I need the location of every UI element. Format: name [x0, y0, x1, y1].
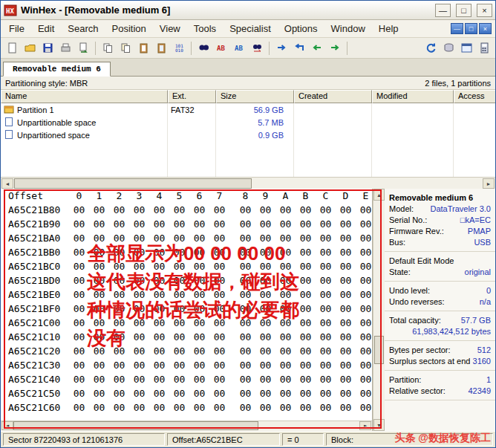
hex-byte[interactable]: 00	[149, 344, 169, 358]
hex-byte[interactable]: 00	[235, 316, 255, 330]
hex-byte[interactable]: 00	[296, 203, 316, 217]
hex-scroll-left-arrow-icon[interactable]: ◄	[1, 421, 13, 430]
hex-byte[interactable]: 00	[189, 316, 209, 330]
column-header-created[interactable]: Created	[294, 90, 372, 103]
hex-byte[interactable]: 00	[255, 400, 275, 415]
hex-byte[interactable]: 00	[275, 231, 296, 245]
hex-byte[interactable]: 00	[316, 344, 336, 358]
hex-byte[interactable]: 00	[316, 217, 336, 231]
hex-byte[interactable]: 00	[275, 217, 296, 231]
clipboard-view-icon[interactable]	[153, 40, 169, 56]
hex-byte[interactable]: 00	[149, 316, 169, 330]
hex-byte[interactable]: 00	[235, 217, 255, 231]
hex-byte[interactable]: 00	[169, 344, 189, 358]
hex-byte[interactable]: 00	[129, 372, 149, 386]
hex-byte[interactable]: 00	[169, 302, 189, 316]
hex-byte[interactable]: 00	[296, 217, 316, 231]
hex-byte[interactable]: 00	[129, 231, 149, 245]
hex-byte[interactable]: 00	[189, 302, 209, 316]
hex-byte[interactable]: 00	[255, 358, 275, 372]
table-row[interactable]: Unpartitionable space5.7 MB	[1, 116, 495, 129]
hex-byte[interactable]: 00	[69, 344, 89, 358]
hex-byte[interactable]: 00	[189, 358, 209, 372]
vscroll-thumb[interactable]	[374, 336, 384, 364]
hex-byte[interactable]: 00	[89, 386, 109, 400]
hex-byte[interactable]: 00	[109, 273, 129, 288]
hex-byte[interactable]: 00	[109, 231, 129, 245]
hex-byte[interactable]: 00	[89, 203, 109, 217]
hex-byte[interactable]: 00	[149, 203, 169, 217]
hex-byte[interactable]: 00	[149, 400, 169, 415]
hex-byte[interactable]: 00	[149, 330, 169, 344]
column-header-ext[interactable]: Ext.	[168, 90, 216, 103]
print-icon[interactable]	[57, 40, 74, 56]
hex-byte[interactable]: 00	[69, 203, 89, 217]
hex-byte[interactable]: 00	[169, 330, 189, 344]
find-text-icon[interactable]	[195, 40, 212, 56]
hex-byte[interactable]: 00	[235, 344, 255, 358]
hex-byte[interactable]: 00	[336, 344, 356, 358]
hex-byte[interactable]: 00	[69, 259, 89, 273]
hex-byte[interactable]: 00	[129, 288, 149, 302]
hex-byte[interactable]: 00	[209, 203, 229, 217]
hex-byte[interactable]: 00	[316, 259, 336, 273]
hex-byte[interactable]: 00	[89, 273, 109, 288]
hex-byte[interactable]: 00	[255, 273, 275, 288]
hex-byte[interactable]: 00	[169, 259, 189, 273]
hex-byte[interactable]: 00	[189, 372, 209, 386]
hex-byte[interactable]: 00	[255, 372, 275, 386]
hex-byte[interactable]: 00	[235, 288, 255, 302]
hex-byte[interactable]: 00	[356, 316, 373, 330]
hex-byte[interactable]: 00	[296, 302, 316, 316]
hex-byte[interactable]: 00	[109, 386, 129, 400]
hex-byte[interactable]: 00	[129, 386, 149, 400]
hex-byte[interactable]: 00	[336, 386, 356, 400]
hex-byte[interactable]: 00	[149, 259, 169, 273]
hex-byte[interactable]: 00	[129, 217, 149, 231]
hex-byte[interactable]: 00	[189, 245, 209, 259]
binary-convert-icon[interactable]: 101010	[171, 40, 187, 56]
window-minimize-button[interactable]: —	[435, 4, 451, 17]
hex-byte[interactable]: 00	[275, 358, 296, 372]
open-folder-icon[interactable]	[22, 40, 38, 56]
hex-byte[interactable]: 00	[296, 386, 316, 400]
hex-byte[interactable]: 00	[316, 273, 336, 288]
hex-byte[interactable]: 00	[209, 217, 229, 231]
hex-byte[interactable]: 00	[356, 302, 373, 316]
hex-byte[interactable]: 00	[275, 400, 296, 415]
hex-byte[interactable]: 00	[356, 259, 373, 273]
hex-byte[interactable]: 00	[255, 203, 275, 217]
window-close-button[interactable]: ×	[477, 4, 492, 17]
open-disk-icon[interactable]	[440, 40, 457, 56]
hex-byte[interactable]: 00	[89, 372, 109, 386]
hex-byte[interactable]: 00	[209, 273, 229, 288]
hex-byte[interactable]: 00	[189, 217, 209, 231]
hex-byte[interactable]: 00	[169, 288, 189, 302]
hex-byte[interactable]: 00	[235, 386, 255, 400]
hex-hscroll-thumb[interactable]	[13, 421, 258, 430]
hex-byte[interactable]: 00	[109, 330, 129, 344]
hex-byte[interactable]: 00	[235, 372, 255, 386]
hex-byte[interactable]: 00	[209, 288, 229, 302]
hex-byte[interactable]: 00	[69, 316, 89, 330]
hex-byte[interactable]: 00	[275, 288, 296, 302]
hex-byte[interactable]: 00	[336, 245, 356, 259]
hex-byte[interactable]: 00	[255, 302, 275, 316]
hex-byte[interactable]: 00	[209, 302, 229, 316]
hex-byte[interactable]: 00	[296, 231, 316, 245]
hex-byte[interactable]: 00	[209, 245, 229, 259]
hex-byte[interactable]: 00	[129, 316, 149, 330]
hex-byte[interactable]: 00	[209, 231, 229, 245]
table-row[interactable]: Partition 1FAT3256.9 GB	[1, 103, 495, 116]
hex-byte[interactable]: 00	[189, 259, 209, 273]
hex-byte[interactable]: 00	[336, 259, 356, 273]
hex-byte[interactable]: 00	[169, 203, 189, 217]
hex-byte[interactable]: 00	[189, 288, 209, 302]
hex-byte[interactable]: 00	[169, 386, 189, 400]
hex-byte[interactable]: 00	[149, 288, 169, 302]
goto-offset-icon[interactable]	[273, 40, 290, 56]
hex-byte[interactable]: 00	[209, 330, 229, 344]
navigate-back-icon[interactable]	[309, 40, 325, 56]
hex-byte[interactable]: 00	[69, 358, 89, 372]
duplicate-icon[interactable]	[117, 40, 134, 56]
